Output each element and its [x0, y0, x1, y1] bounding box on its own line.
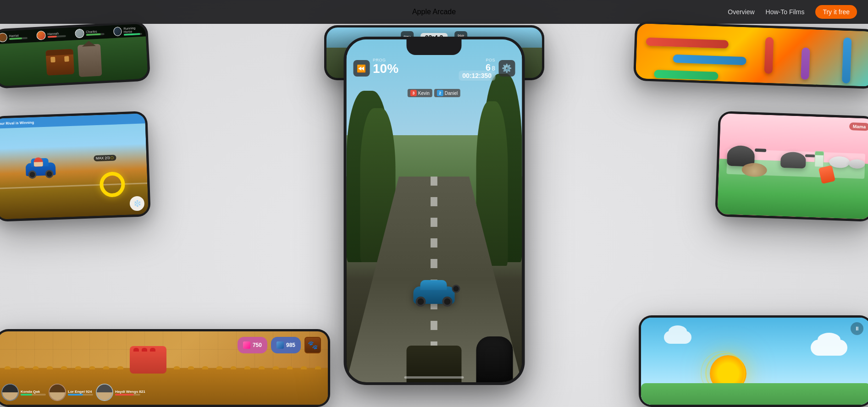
phone-center: ⏪ PROG 10% ⚙️ POS 6 8	[343, 37, 525, 385]
lego-player-2-bar-bg	[68, 394, 93, 396]
lego-hair-2	[50, 385, 65, 392]
mario-face	[34, 162, 43, 167]
stud	[202, 366, 208, 369]
lego-player-row: Konda Qak	[1, 384, 145, 401]
building-2	[77, 44, 102, 77]
pipe-purple-v	[801, 48, 810, 80]
stud	[89, 366, 95, 369]
lego-player-1-name: Konda Qak	[21, 390, 46, 394]
phone-top-right-screen	[636, 23, 868, 87]
cloud-2	[664, 331, 691, 344]
lego-avatar-2	[49, 384, 66, 401]
cloud-puff	[669, 325, 687, 337]
player-harriet-info: Harriet	[9, 33, 28, 40]
lego-player-3: Haydi Wengs 821	[96, 384, 145, 401]
try-it-free-button[interactable]: Try it free	[815, 5, 857, 19]
kart-wheel-left	[28, 170, 37, 179]
stud	[142, 348, 147, 352]
lego-player-3-name: Haydi Wengs 821	[115, 390, 145, 394]
stud	[259, 366, 265, 369]
lego-player-1-bar-bg	[21, 394, 46, 396]
cloud-1	[811, 340, 847, 356]
building-roof	[45, 49, 73, 55]
car-wheel-fr	[442, 297, 453, 307]
player-hannah-info: Hannah	[47, 32, 66, 38]
main-content: Harriet Hannah	[0, 0, 868, 407]
nav-links: Overview How-To Films Try it free	[728, 5, 857, 19]
nav-link-how-to-films[interactable]: How-To Films	[766, 8, 805, 16]
blue-gem-icon	[276, 341, 284, 349]
stud	[19, 366, 25, 369]
phones-layout: Harriet Hannah	[0, 0, 868, 407]
lego-hair-1	[2, 385, 18, 392]
lego-player-2-info: Lor Engel 924	[68, 390, 93, 396]
stud	[301, 366, 307, 369]
stud	[47, 366, 53, 369]
mario-ground	[0, 169, 149, 219]
stud	[5, 366, 11, 369]
kart-wheel-right	[45, 170, 54, 179]
home-indicator	[404, 376, 464, 379]
racing-game-screen: ⏪ PROG 10% ⚙️ POS 6 8	[346, 39, 522, 382]
health-bar-running-horse	[124, 33, 142, 35]
blue-resource-value: 985	[286, 342, 295, 348]
pause-button[interactable]: ⏸	[851, 322, 863, 335]
milk-carton	[814, 151, 824, 167]
nav-title: Apple Arcade	[412, 8, 456, 16]
tower-top	[82, 40, 96, 47]
player-running-horse-info: Running Horse	[123, 26, 143, 35]
lego-player-3-bar	[115, 394, 134, 396]
mario-game-screen: Your Rival is Winning	[0, 113, 149, 219]
pink-gem-icon	[243, 341, 250, 349]
mario-car-container	[26, 161, 56, 180]
phone-ml-inner: Your Rival is Winning	[0, 113, 149, 219]
stud	[117, 366, 123, 369]
max-badge: MAX 2/3 ⬡	[94, 155, 116, 162]
health-fill	[48, 36, 57, 38]
window	[64, 56, 69, 62]
avatar-hannah	[36, 31, 46, 40]
stud	[216, 366, 222, 369]
phone-middle-left: Your Rival is Winning	[0, 111, 151, 222]
stud	[33, 366, 39, 369]
mama-label: Mama	[849, 122, 868, 131]
avatar-charles	[75, 28, 84, 38]
player-charles: Charles	[75, 28, 105, 38]
lego-resource-blue: 985	[271, 337, 301, 353]
lego-player-3-bar-bg	[115, 394, 140, 396]
stud	[75, 366, 81, 369]
cooking-game-screen: Mama	[717, 113, 868, 220]
lego-hair-3	[97, 385, 112, 392]
mario-character	[33, 158, 43, 167]
car-wheel-br	[452, 285, 460, 293]
lego-player-2-name: Lor Engel 924	[68, 390, 93, 394]
pink-resource-value: 750	[253, 342, 262, 348]
phone-middle-right: Mama	[715, 111, 868, 222]
stud	[150, 348, 155, 352]
lego-avatar-1	[1, 384, 19, 401]
strategy-game-screen: Harriet Hannah	[0, 23, 148, 86]
player-harriet: Harriet	[0, 32, 28, 42]
side-tire	[476, 336, 513, 382]
lego-red-brick	[130, 346, 166, 374]
player-name: Running Horse	[123, 26, 143, 33]
stud	[133, 348, 139, 352]
player-hannah: Hannah	[36, 30, 66, 40]
stud	[188, 366, 194, 369]
avatar-running-horse	[113, 27, 122, 36]
phone-bottom-right: ⏸	[639, 315, 868, 407]
health-bar-harriet	[9, 37, 28, 40]
stud	[315, 366, 321, 369]
building-1	[45, 49, 74, 75]
avatar-harriet	[0, 33, 7, 42]
health-fill	[9, 38, 22, 40]
brick-studs-top	[130, 346, 166, 353]
lego-avatar-3	[96, 384, 113, 401]
lego-chest-icon: 🐾	[304, 337, 321, 353]
player-charles-info: Charles	[86, 29, 105, 36]
stud	[287, 366, 293, 369]
nav-link-overview[interactable]: Overview	[728, 8, 754, 16]
lego-player-2-bar	[68, 394, 83, 396]
lego-player-1-info: Konda Qak	[21, 390, 46, 396]
lego-face-2	[50, 392, 65, 400]
